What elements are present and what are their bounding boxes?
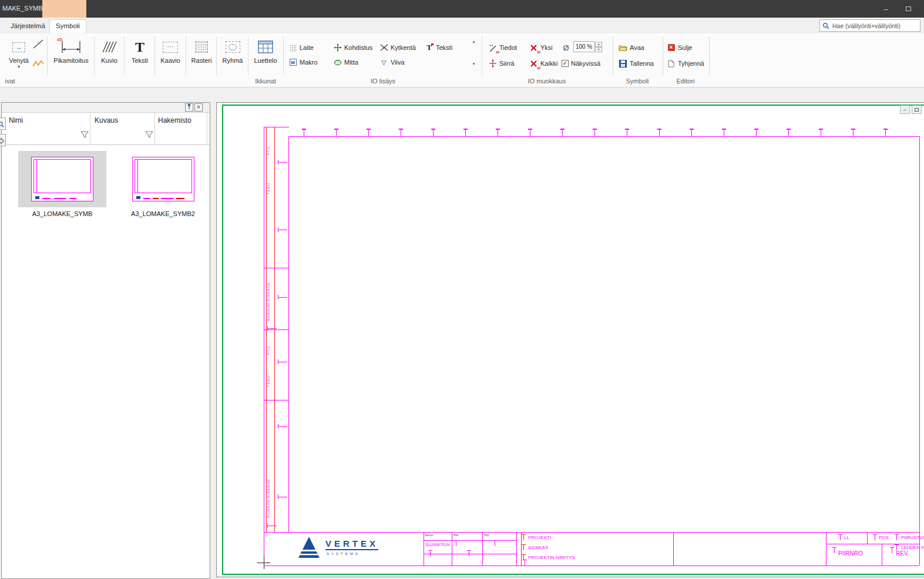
group-label-left: ivat [0,78,20,85]
mitta-button[interactable]: Mitta [331,56,360,69]
viiva-button[interactable]: ▽ Viiva [378,56,406,69]
gallery-down-button[interactable]: ▼ [470,60,478,68]
group-label-io-lisays: IO lisäys [351,78,415,85]
titlebar: MAKE_SYMB... – [0,0,924,18]
filter-funnel-icon[interactable] [145,130,154,139]
pin-button[interactable] [185,103,193,112]
venyta-button[interactable]: → Venytä ▾ [5,35,33,78]
group-label-editori: Editori [663,78,708,85]
origin-crosshair [264,556,264,569]
arrow-up-icon: ▲ [597,42,600,46]
gallery-up-button[interactable]: ▲ [470,38,478,46]
info-pen-icon: IO [488,43,497,52]
kaavio-button[interactable]: ⋯ Kaavio [156,35,185,78]
search-input[interactable] [831,22,918,30]
trim-line-button[interactable] [31,36,46,54]
edge-settings-button[interactable] [0,134,6,146]
titleblock-line [264,532,919,533]
attribute-tick [267,326,277,331]
tyhjenna-button[interactable]: Tyhjennä [665,57,706,70]
chevron-down-icon: ▾ [5,65,33,69]
pikamitoitus-button[interactable]: 45 Pikamitoitus [49,35,93,78]
zoom-up-button[interactable]: ▲ [595,42,602,47]
field-label-piirt: Piirt [453,533,459,537]
trim-line-icon [32,39,44,52]
text-icon: T [125,37,154,57]
canvas-restore-button[interactable] [912,105,922,114]
group-separator [154,36,155,75]
tallenna-button[interactable]: Tallenna [617,57,656,70]
frame-line [288,136,919,137]
tiedot-button[interactable]: IO Tiedot [486,41,519,54]
column-separator [154,113,155,145]
attribute-tick [522,544,526,550]
application-window: MAKE_SYMB... – Järjestelmä Symboli → Ven… [0,0,924,579]
attribute-tick [890,547,894,553]
attribute-tick [895,534,899,540]
palette-columns: Nimi Kuvaus Hakemisto [2,113,210,145]
window-title: MAKE_SYMB... [2,5,48,12]
symbol-thumbnail-selected[interactable] [18,151,106,207]
close-red-icon: × [667,43,676,52]
group-separator [613,36,613,75]
attribute-tick [278,160,287,164]
freehand-button[interactable] [31,56,46,73]
kohdistus-button[interactable]: Kohdistus [331,41,374,54]
tab-symboli[interactable]: Symboli [49,19,86,33]
titleblock-line [867,532,868,544]
diameter-button[interactable]: Ø [560,41,572,54]
measure-icon [333,58,342,67]
yksi-button[interactable]: IO Yksi [527,41,555,54]
io-teksti-button[interactable]: T Teksti [423,41,454,54]
makro-button[interactable]: M Makro [287,56,320,69]
minimize-button[interactable]: – [875,0,897,18]
raster-icon [187,37,216,57]
rasteri-button[interactable]: Rasteri [187,35,216,78]
edge-search-button[interactable] [0,117,6,130]
filter-funnel-icon[interactable] [80,130,89,139]
nakyvissa-checkbox[interactable]: ✓ Näkyvissä [560,57,602,70]
canvas-minimize-button[interactable]: – [900,105,910,114]
preview-mark [54,198,66,199]
application-menu-button[interactable] [42,0,86,18]
siirra-button[interactable]: Siirrä [486,57,516,70]
text-flag-icon: T [425,43,434,52]
frame-line [264,127,289,127]
zoom-spinner: ▲ ▼ [573,41,602,52]
drawing-canvas[interactable]: – PTU TEKU RUOHJN S-SEKUE PTU TEKU RUOHJ… [216,102,924,577]
symbol-name: A3_LOMAKE_SYMB2 [120,210,206,217]
symbol-item[interactable]: A3_LOMAKE_SYMB2 [120,151,206,217]
kaikki-button[interactable]: IO Kaikki [527,57,559,70]
ribbon-search[interactable] [819,19,920,32]
titleblock-line [424,532,424,565]
luettelo-button[interactable]: Luettelo [249,35,282,78]
group-separator [47,36,48,75]
palette-close-button[interactable]: × [194,103,203,112]
tyhjenna-label: Tyhjennä [678,60,704,67]
frame-line [264,400,288,400]
laite-button[interactable]: Laite [287,41,315,54]
avaa-button[interactable]: Avaa [617,41,646,54]
kuvio-button[interactable]: Kuvio [95,35,123,78]
stretch-icon: → [5,37,33,57]
gear-icon [0,136,5,146]
kytkenta-button[interactable]: Kytkentä [378,41,418,54]
teksti-button[interactable]: T Teksti [125,35,154,78]
zoom-input[interactable] [573,41,594,52]
symbol-item[interactable]: A3_LOMAKE_SYMB [18,151,106,217]
delete-one-icon: IO [529,43,538,52]
attribute-tick [278,424,287,429]
frame-line [919,136,920,565]
column-separator [90,113,90,145]
maximize-button[interactable] [897,0,919,18]
zoom-down-button[interactable]: ▼ [595,47,602,52]
sulje-button[interactable]: × Sulje [665,41,694,54]
group-separator [709,36,710,75]
symbol-thumbnail[interactable] [120,151,206,207]
attribute-tick [493,540,497,546]
attribute-rev: REV [896,550,908,557]
attribute-tick [278,494,287,499]
ryhma-button[interactable]: Ryhmä [217,35,248,78]
tab-jarjestelma[interactable]: Järjestelmä [5,20,51,33]
schema-icon: ⋯ [156,37,185,57]
